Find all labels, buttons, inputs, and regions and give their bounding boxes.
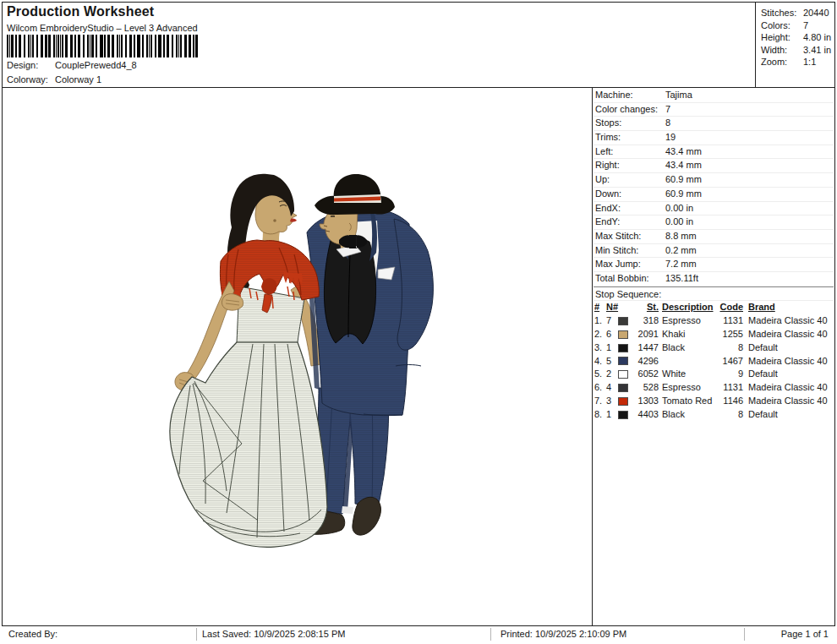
design-canvas — [3, 89, 591, 626]
thread-description: White — [659, 368, 719, 381]
needle-num: 1 — [606, 408, 618, 422]
info-row: Down:60.9 mm — [594, 188, 834, 202]
table-row: 4.542961467Madeira Classic 40 — [594, 355, 834, 368]
stitch-count: 6052 — [633, 368, 659, 381]
thread-code: 1131 — [719, 381, 743, 395]
page-title: Production Worksheet — [7, 4, 154, 19]
thread-code: 8 — [719, 408, 743, 422]
row-num: 4. — [594, 355, 606, 368]
page-number: Page 1 of 1 — [781, 626, 829, 642]
thread-code: 8 — [719, 341, 743, 355]
footer-divider — [490, 628, 491, 641]
info-row: Min Stitch:0.2 mm — [594, 244, 834, 259]
thread-code: 1255 — [719, 328, 743, 341]
row-num: 2. — [594, 328, 606, 341]
design-preview — [159, 161, 450, 559]
barcode — [7, 35, 198, 57]
info-value: 4.80 in — [803, 32, 831, 42]
info-value: 3.41 in — [803, 45, 831, 55]
stitch-count: 1303 — [633, 395, 659, 408]
thread-color-swatch — [618, 384, 628, 392]
summary-row: Stitches:20440 — [756, 7, 834, 19]
thread-brand: Madeira Classic 40 — [743, 328, 828, 341]
info-row: Color changes:7 — [594, 103, 834, 117]
design-row: Design:CouplePrewedd4_8 — [7, 60, 137, 70]
info-row: Stops:8 — [594, 117, 834, 131]
table-row: 6.4528Espresso1131Madeira Classic 40 — [594, 381, 834, 395]
table-row: 1.7318Espresso1131Madeira Classic 40 — [594, 314, 834, 328]
thread-description: Black — [659, 408, 719, 422]
app-subtitle: Wilcom EmbroideryStudio – Level 3 Advanc… — [7, 23, 198, 33]
info-row: Left:43.4 mm — [594, 145, 834, 160]
info-value: 60.9 mm — [665, 188, 702, 199]
info-row: Trims:19 — [594, 131, 834, 145]
info-row: Right:43.4 mm — [594, 159, 834, 173]
design-label: Design: — [7, 60, 55, 70]
info-row: Total Bobbin:135.11ft — [594, 272, 834, 287]
col-header-code: Code — [719, 301, 743, 314]
needle-num: 5 — [606, 355, 618, 368]
panel-divider — [592, 88, 593, 626]
design-value: CouplePrewedd4_8 — [55, 60, 137, 70]
info-label: Left: — [594, 145, 665, 159]
info-value: 7.2 mm — [665, 259, 697, 269]
header-divider — [2, 87, 835, 88]
info-value: 7 — [665, 104, 670, 114]
needle-num: 6 — [606, 328, 618, 341]
info-label: Min Stitch: — [594, 244, 665, 258]
table-row: 5.26052White9Default — [594, 368, 834, 381]
info-value: 135.11ft — [665, 273, 698, 283]
colorway-row: Colorway:Colorway 1 — [7, 74, 101, 85]
row-num: 5. — [594, 368, 606, 381]
colorway-value: Colorway 1 — [55, 74, 101, 85]
info-value: 0.2 mm — [665, 245, 697, 255]
needle-num: 2 — [606, 368, 618, 381]
stitch-count: 1447 — [633, 341, 659, 355]
info-value: 8 — [665, 117, 670, 128]
printed-text: Printed: 10/9/2025 2:10:09 PM — [501, 626, 626, 642]
info-label: Down: — [594, 188, 665, 201]
thread-color-swatch — [618, 330, 628, 339]
needle-num: 7 — [606, 314, 618, 328]
stop-sequence-title: Stop Sequence: — [594, 287, 834, 302]
thread-code: 1131 — [719, 314, 743, 328]
info-label: Machine: — [594, 89, 665, 102]
stop-sequence-header: # N# St. Description Code Brand — [594, 301, 834, 314]
thread-brand: Madeira Classic 40 — [743, 314, 828, 328]
row-num: 1. — [594, 314, 606, 328]
info-label: Color changes: — [594, 103, 665, 117]
info-value: 0.00 in — [665, 216, 693, 226]
machine-info-panel: Machine:Tajima Color changes:7 Stops:8 T… — [594, 89, 834, 626]
info-value: 8.8 mm — [665, 231, 697, 241]
row-num: 3. — [594, 341, 606, 355]
thread-description: Espresso — [659, 381, 719, 395]
stitch-count: 4403 — [633, 408, 659, 422]
thread-code: 9 — [719, 368, 743, 381]
info-label: Right: — [594, 159, 665, 172]
stitch-count: 2091 — [633, 328, 659, 341]
footer-divider — [744, 628, 745, 641]
thread-color-swatch — [618, 344, 628, 352]
table-row: 2.62091Khaki1255Madeira Classic 40 — [594, 328, 834, 341]
row-num: 7. — [594, 395, 606, 408]
info-row: Machine:Tajima — [594, 89, 834, 103]
col-header-description: Description — [659, 301, 719, 314]
thread-code: 1467 — [719, 355, 743, 368]
stitch-count: 4296 — [633, 355, 659, 368]
info-label: Max Jump: — [594, 258, 665, 271]
summary-row: Zoom:1:1 — [756, 56, 834, 68]
thread-brand: Madeira Classic 40 — [743, 355, 828, 368]
thread-description: Black — [659, 341, 719, 355]
info-label: Stitches: — [761, 7, 803, 19]
table-row: 7.31303Tomato Red1146Madeira Classic 40 — [594, 395, 834, 408]
thread-color-swatch — [618, 370, 628, 379]
info-label: Colors: — [761, 19, 803, 32]
summary-row: Colors:7 — [756, 19, 834, 32]
info-label: Zoom: — [761, 56, 803, 68]
info-label: Height: — [761, 31, 803, 44]
thread-brand: Default — [743, 341, 778, 355]
info-value: 60.9 mm — [665, 174, 702, 184]
info-label: EndY: — [594, 216, 665, 229]
thread-brand: Default — [743, 368, 778, 381]
needle-num: 4 — [606, 381, 618, 395]
